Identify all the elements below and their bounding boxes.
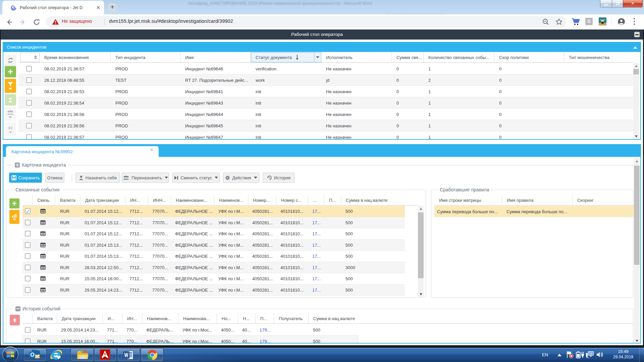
bookmark-star-icon[interactable] <box>555 18 563 25</box>
events-table-cell[interactable]: 17... <box>308 206 324 217</box>
history-table-colhdr[interactable]: Валюта <box>33 313 57 323</box>
incidents-table-colhdr[interactable]: Тип инцидента <box>111 52 180 62</box>
history-table-cell[interactable] <box>22 324 33 335</box>
table-row[interactable]: 08.02.2019 21:36:57PRODИнцидент №69647in… <box>18 131 633 139</box>
checkbox[interactable] <box>25 231 31 237</box>
incidents-table-colhdr[interactable]: Количество связанных собы... <box>424 52 494 62</box>
history-table-colhdr[interactable]: Н... <box>238 313 256 323</box>
table-row[interactable]: 08.02.2019 21:36:57PRODИнцидент №69646ve… <box>18 63 633 74</box>
tray-clock[interactable]: 15:4929.04.2019 <box>608 348 639 359</box>
zoom-icon[interactable] <box>542 18 549 25</box>
checkbox[interactable] <box>25 338 31 343</box>
events-scrollbar-up-arrow-icon[interactable] <box>418 206 424 212</box>
history-table-colhdr[interactable]: Дата транзакции <box>57 313 103 323</box>
events-table-cell[interactable] <box>22 228 33 239</box>
events-scrollbar-thumb[interactable] <box>418 213 424 278</box>
incidents-table-cell[interactable] <box>18 74 40 85</box>
incidents-table-cell[interactable] <box>18 97 40 108</box>
new-tab-button[interactable]: + <box>108 3 117 12</box>
history-table-colhdr[interactable]: Сумма в нац.валюте <box>309 313 359 323</box>
table-row[interactable]: RUR01.07.2014 15:13...7712...77070...ФЕД… <box>22 240 405 251</box>
window-close-button[interactable]: ✕ <box>623 0 643 7</box>
incidents-table-colhdr[interactable]: Исполнитель <box>321 52 392 62</box>
incidents-scrollbar[interactable] <box>633 63 639 139</box>
rules-table-colhdr[interactable]: Имя правила <box>502 195 573 205</box>
profile-avatar-icon[interactable] <box>618 18 625 25</box>
events-table-cell[interactable]: 17... <box>308 228 324 239</box>
incidents-table-cell[interactable] <box>18 86 40 97</box>
expand-icon[interactable] <box>15 163 20 168</box>
events-table-colhdr[interactable]: П... <box>324 195 341 205</box>
change-status-button[interactable]: Сменить статус <box>172 173 220 183</box>
table-row[interactable]: 08.02.2019 21:36:56PRODИнцидент №69645in… <box>18 120 633 131</box>
group-button[interactable] <box>5 107 16 121</box>
history-table-colhdr[interactable]: ИН... <box>122 313 142 323</box>
history-table-colhdr[interactable] <box>22 313 33 323</box>
incidents-table-cell[interactable] <box>18 131 40 139</box>
image-extension-icon[interactable] <box>599 17 606 25</box>
events-scrollbar[interactable] <box>418 206 424 297</box>
history-table-colhdr[interactable]: Но... <box>217 313 238 323</box>
sort-order-header-cell[interactable] <box>20 53 40 62</box>
incidents-table-cell[interactable] <box>18 109 40 120</box>
events-table-colhdr[interactable]: ... <box>308 195 324 205</box>
collapse-history-button[interactable] <box>10 315 20 325</box>
card-scrollbar-up-arrow-icon[interactable] <box>634 158 640 164</box>
collapse-icon[interactable] <box>633 46 637 49</box>
table-row[interactable]: RUR15.05.2014 16:00...771...770...ФЕДЕРА… <box>22 336 359 343</box>
incidents-table-cell[interactable] <box>18 120 40 131</box>
table-row[interactable]: RUR01.07.2014 15:12...7712...77070...ФЕД… <box>22 206 405 217</box>
card-scrollbar-thumb[interactable] <box>634 166 640 265</box>
history-table-colhdr[interactable]: П... <box>256 313 274 323</box>
tab-close-icon[interactable]: ✕ <box>95 4 102 11</box>
skip-button[interactable] <box>5 122 16 136</box>
incidents-table-colhdr[interactable]: Тип мошенничества <box>564 52 633 62</box>
incidents-scrollbar-up-arrow-icon[interactable] <box>633 63 639 69</box>
url-text[interactable]: dvm155.lpr.jet.msk.su/#desktop/investiga… <box>109 18 233 24</box>
table-row[interactable]: RUR15.05.2014 16:00...7712...77070...ФЕД… <box>22 273 405 285</box>
history-table-colhdr[interactable]: И... <box>103 313 122 323</box>
incidents-panel-header[interactable]: Список инцидентов <box>3 43 640 52</box>
events-table-cell[interactable] <box>22 273 33 284</box>
history-table-colhdr[interactable]: Получатель <box>274 313 309 323</box>
events-table-cell[interactable] <box>22 206 33 217</box>
card-tab[interactable]: Карточка инцидента №39902 ✕ <box>6 146 159 158</box>
table-row[interactable]: RUR01.07.2014 15:12...7712...77070...ФЕД… <box>22 228 405 240</box>
table-row[interactable]: 26.12.2018 06:48:55TESTRT 27. Подозрител… <box>18 74 633 86</box>
events-table-colhdr[interactable]: Сумма в нац.валюте <box>341 195 405 205</box>
incidents-scrollbar-thumb[interactable] <box>633 69 639 74</box>
reload-icon[interactable] <box>32 17 41 27</box>
incidents-table-colhdr[interactable]: Сумма свя... <box>392 52 424 62</box>
checkbox[interactable] <box>26 77 32 83</box>
table-row[interactable]: RUR28.03.2014 12:50...7712...77070...ФЕД… <box>22 262 405 274</box>
events-scrollbar-down-arrow-icon[interactable] <box>418 291 424 297</box>
incidents-table-colhdr[interactable]: Имя <box>180 52 251 62</box>
events-table-cell[interactable]: 17... <box>308 240 324 251</box>
back-icon[interactable] <box>4 17 14 27</box>
history-table-colhdr[interactable]: Наименов... <box>142 313 178 323</box>
events-table-cell[interactable] <box>22 251 33 262</box>
checkbox[interactable] <box>26 88 32 94</box>
table-row[interactable]: 08.02.2019 21:36:54PRODИнцидент №69643in… <box>18 97 633 109</box>
assign-self-button[interactable]: Назначить себе <box>75 173 120 183</box>
incidents-table-cell[interactable] <box>18 63 40 74</box>
events-table-colhdr[interactable]: Связь <box>33 195 55 205</box>
table-row[interactable]: 08.02.2019 21:36:53PRODИнцидент №69641in… <box>18 86 633 97</box>
events-table-colhdr[interactable]: ИНН... <box>148 195 171 205</box>
g-extension-icon[interactable]: G <box>585 18 593 25</box>
events-table-cell[interactable]: 17... <box>308 273 324 284</box>
checkbox[interactable] <box>25 242 31 248</box>
cart-extension-icon[interactable] <box>571 17 580 26</box>
card-tab-close-icon[interactable]: ✕ <box>149 147 155 153</box>
refresh-button[interactable] <box>5 55 16 66</box>
table-row[interactable]: Сумма перевода больше по...Сумма перевод… <box>434 206 635 217</box>
checkbox[interactable] <box>25 276 31 282</box>
incidents-table-colhdr[interactable]: Скор политики <box>494 52 564 62</box>
assign-user-button[interactable] <box>5 94 16 106</box>
app-minimize-icon[interactable] <box>634 32 640 37</box>
table-row[interactable]: RUR29.05.2014 14:23...771...770...ФЕДЕРА… <box>22 324 359 336</box>
events-table-colhdr[interactable]: ИН... <box>125 195 148 205</box>
events-table-colhdr[interactable]: Наименовани... <box>171 195 214 205</box>
history-button[interactable]: История <box>263 173 294 183</box>
events-table-cell[interactable] <box>22 217 33 228</box>
